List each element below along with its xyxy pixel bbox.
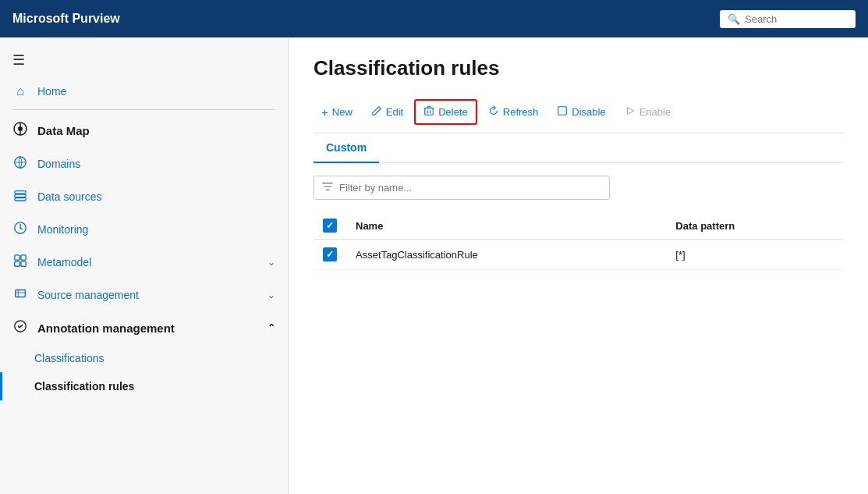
home-icon: ⌂ [12, 84, 28, 98]
sidebar-item-annotationmanagement[interactable]: Annotation management ⌃ [0, 311, 288, 344]
metamodel-chevron-icon: ⌄ [267, 257, 275, 268]
disable-label: Disable [572, 106, 605, 118]
svg-marker-26 [627, 108, 633, 115]
delete-icon [423, 105, 434, 119]
svg-rect-7 [15, 194, 26, 197]
sidebar-datasources-label: Data sources [37, 190, 101, 203]
disable-icon [557, 105, 568, 119]
svg-rect-25 [558, 107, 567, 116]
sidebar-item-monitoring[interactable]: Monitoring [0, 213, 288, 246]
sidebar-item-classifications[interactable]: Classifications [0, 344, 288, 372]
header-checkmark: ✓ [326, 220, 334, 231]
col-name-header: Name [346, 212, 666, 240]
search-icon: 🔍 [728, 13, 740, 25]
sidebar-item-sourcemanagement[interactable]: Source management ⌄ [0, 279, 288, 311]
sidebar-item-datamap[interactable]: Data Map [0, 113, 288, 147]
tab-custom[interactable]: Custom [314, 133, 379, 163]
sidebar-item-datasources[interactable]: Data sources [0, 180, 288, 213]
new-button[interactable]: + New [314, 101, 360, 123]
filter-bar[interactable] [314, 176, 610, 200]
row-name: AssetTagClassificationRule [346, 240, 666, 270]
edit-icon [371, 105, 382, 119]
row-checkbox-cell: ✓ [314, 240, 346, 270]
main-area: ☰ ⌂ Home Data Map [0, 37, 868, 494]
annotationmanagement-icon [12, 319, 28, 336]
toolbar: + New Edit [314, 99, 843, 133]
app-title: Microsoft Purview [12, 12, 720, 26]
disable-button[interactable]: Disable [549, 101, 613, 123]
refresh-button[interactable]: Refresh [480, 101, 547, 123]
delete-button[interactable]: Delete [414, 99, 477, 125]
svg-rect-18 [425, 108, 434, 116]
row-data-pattern: [*] [666, 240, 843, 270]
sidebar-metamodel-label: Metamodel [37, 256, 91, 268]
sidebar-annotationmanagement-label: Annotation management [37, 322, 175, 335]
sidebar-item-classificationrules[interactable]: Classification rules [0, 372, 288, 400]
classification-rules-table: ✓ Name Data pattern ✓ AssetTagClassifica… [314, 212, 843, 270]
sidebar-home-label: Home [37, 85, 66, 98]
topbar: Microsoft Purview 🔍 [0, 0, 868, 37]
sourcemanagement-icon [12, 286, 28, 304]
svg-rect-6 [15, 191, 26, 194]
sidebar-item-metamodel[interactable]: Metamodel ⌄ [0, 246, 288, 279]
new-label: New [332, 106, 353, 118]
search-box[interactable]: 🔍 [720, 10, 856, 28]
datasources-icon [12, 188, 28, 205]
svg-rect-14 [16, 290, 26, 297]
sidebar-monitoring-label: Monitoring [37, 223, 88, 236]
sidebar: ☰ ⌂ Home Data Map [0, 37, 289, 494]
hamburger-menu-icon[interactable]: ☰ [0, 44, 288, 76]
edit-label: Edit [386, 106, 403, 118]
enable-label: Enable [639, 106, 671, 118]
col-pattern-header: Data pattern [666, 212, 843, 240]
enable-icon [625, 105, 636, 119]
sidebar-item-domains[interactable]: Domains [0, 147, 288, 180]
delete-label: Delete [438, 106, 468, 118]
new-plus-icon: + [321, 105, 328, 119]
svg-rect-12 [15, 261, 19, 266]
row-checkmark: ✓ [326, 249, 334, 260]
datamap-icon [12, 121, 28, 140]
enable-button[interactable]: Enable [617, 101, 678, 123]
header-checkbox-cell: ✓ [314, 212, 346, 240]
domains-icon [12, 155, 28, 172]
content-panel: Classification rules + New Edit [289, 37, 868, 494]
monitoring-icon [12, 221, 28, 238]
filter-input[interactable] [339, 182, 601, 194]
annotationmanagement-chevron-icon: ⌃ [267, 322, 275, 333]
sidebar-item-home[interactable]: ⌂ Home [0, 76, 288, 106]
table-row: ✓ AssetTagClassificationRule [*] [314, 240, 843, 270]
tabs-container: Custom [314, 133, 843, 163]
sidebar-sourcemanagement-label: Source management [37, 289, 139, 301]
sidebar-classifications-label: Classifications [34, 352, 104, 364]
metamodel-icon [12, 254, 28, 271]
refresh-label: Refresh [503, 106, 539, 118]
tab-custom-label: Custom [326, 141, 367, 154]
page-title: Classification rules [314, 56, 843, 80]
header-checkbox[interactable]: ✓ [323, 219, 337, 233]
svg-rect-8 [15, 198, 26, 201]
sidebar-domains-label: Domains [37, 158, 80, 170]
search-input[interactable] [745, 13, 846, 25]
edit-button[interactable]: Edit [363, 101, 411, 123]
sidebar-classificationrules-label: Classification rules [34, 380, 134, 393]
svg-point-1 [18, 126, 23, 131]
svg-rect-11 [21, 255, 26, 260]
refresh-icon [488, 105, 499, 119]
sidebar-divider-1 [12, 109, 275, 110]
sidebar-datamap-label: Data Map [37, 124, 90, 137]
svg-rect-13 [21, 261, 26, 266]
filter-icon [322, 181, 333, 194]
svg-rect-10 [15, 255, 19, 260]
sourcemanagement-chevron-icon: ⌄ [267, 290, 275, 300]
row-checkbox[interactable]: ✓ [323, 247, 337, 261]
